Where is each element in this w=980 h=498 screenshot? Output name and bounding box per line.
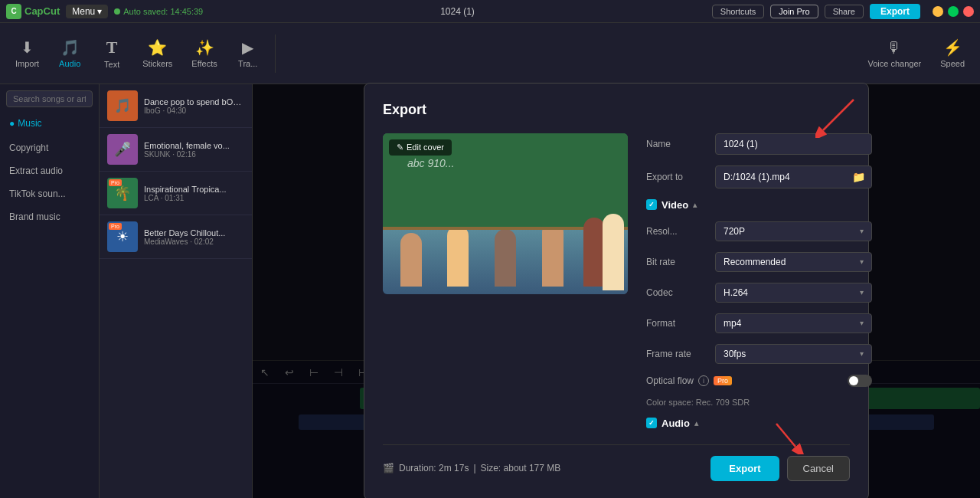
toolbar-import-label: Import — [15, 59, 39, 68]
music-info: Emotional, female vo... SKUNK · 02:16 — [144, 141, 244, 159]
video-checkbox[interactable]: ✓ — [646, 199, 657, 210]
close-button[interactable] — [963, 6, 974, 17]
bitrate-select[interactable]: Recommended ▾ — [715, 252, 872, 272]
text-icon: T — [106, 38, 118, 57]
red-arrow-top-indicator — [815, 92, 861, 141]
toolbar-transitions[interactable]: ▶ Tra... — [229, 34, 267, 73]
optical-flow-row: Optical flow i Pro — [646, 375, 872, 387]
maximize-button[interactable] — [948, 6, 959, 17]
framerate-select[interactable]: 30fps ▾ — [715, 344, 872, 364]
music-search-area — [0, 84, 99, 113]
bitrate-row: Bit rate Recommended ▾ — [646, 252, 872, 272]
folder-browse-button[interactable]: 📁 — [846, 166, 871, 188]
format-select[interactable]: mp4 ▾ — [715, 313, 872, 333]
duration-label: Duration: 2m 17s — [399, 463, 469, 473]
footer-buttons: Export Cancel — [710, 456, 850, 481]
app-logo: C CapCut — [6, 4, 60, 19]
audio-collapse-icon[interactable]: ▴ — [694, 419, 698, 428]
pro-badge: Pro — [109, 223, 122, 230]
music-info: Dance pop to spend bOO 0430 IboG · 04:30 — [144, 97, 244, 115]
speed-icon: ⚡ — [943, 38, 962, 57]
toolbar-stickers[interactable]: ⭐ Stickers — [135, 34, 180, 73]
topbar: C CapCut Menu ▾ Auto saved: 14:45:39 102… — [0, 0, 980, 23]
music-thumbnail: 🎤 — [107, 134, 138, 165]
modal-title: Export — [383, 102, 850, 118]
optical-flow-label: Optical flow i Pro — [646, 375, 840, 386]
music-dot-icon: ● — [9, 118, 15, 129]
list-item[interactable]: Pro 🌴 Inspirational Tropica... LCA · 01:… — [100, 172, 252, 215]
sidebar-music-header: ● Music — [0, 113, 99, 133]
autosave-indicator: Auto saved: 14:45:39 — [114, 7, 203, 16]
music-thumbnail: Pro ☀ — [107, 221, 138, 252]
resolution-label: Resol... — [646, 226, 707, 237]
search-input[interactable] — [6, 90, 93, 107]
optical-flow-toggle[interactable] — [848, 375, 872, 387]
logo-icon: C — [6, 4, 21, 19]
codec-select[interactable]: H.264 ▾ — [715, 283, 872, 303]
music-info: Inspirational Tropica... LCA · 01:31 — [144, 185, 244, 202]
toolbar-speed-label: Speed — [940, 59, 965, 68]
pro-tag: Pro — [714, 376, 732, 385]
app-name: CapCut — [24, 5, 60, 17]
effects-icon: ✨ — [195, 38, 214, 57]
sidebar-item-extract-audio[interactable]: Extract audio — [0, 159, 99, 182]
music-title: Dance pop to spend bOO 0430 — [144, 97, 244, 106]
toolbar-text[interactable]: T Text — [93, 33, 131, 74]
toolbar-import[interactable]: ⬇ Import — [8, 34, 47, 73]
video-collapse-icon[interactable]: ▴ — [693, 201, 697, 209]
autosave-dot — [114, 8, 120, 15]
chevron-down-icon: ▾ — [97, 6, 102, 17]
modal-body: abc 910... — [383, 133, 850, 429]
edit-cover-button[interactable]: ✎ Edit cover — [389, 139, 452, 156]
music-meta: MediaWaves · 02:02 — [144, 238, 244, 246]
main-toolbar: ⬇ Import 🎵 Audio T Text ⭐ Stickers ✨ Eff… — [0, 23, 980, 84]
shortcuts-button[interactable]: Shortcuts — [712, 5, 764, 18]
share-button[interactable]: Share — [825, 5, 864, 18]
list-item[interactable]: 🎤 Emotional, female vo... SKUNK · 02:16 — [100, 128, 252, 172]
pro-badge: Pro — [109, 179, 122, 186]
export-form: Name Export to 📁 — [646, 133, 872, 429]
sidebar-item-tiktok[interactable]: TikTok soun... — [0, 182, 99, 205]
toolbar-voice-changer-label: Voice changer — [867, 59, 921, 68]
export-top-button[interactable]: Export — [870, 4, 920, 19]
resolution-select[interactable]: 720P ▾ — [715, 221, 872, 241]
toolbar-audio[interactable]: 🎵 Audio — [51, 34, 89, 73]
modal-overlay: Export abc 910... — [253, 84, 980, 498]
toolbar-divider — [275, 34, 276, 73]
svg-line-1 — [823, 100, 854, 130]
separator: | — [473, 463, 475, 473]
list-item[interactable]: Pro ☀ Better Days Chillout... MediaWaves… — [100, 215, 252, 259]
edit-icon: ✎ — [397, 143, 403, 152]
music-title: Inspirational Tropica... — [144, 185, 244, 194]
arrow-bottom-svg — [769, 416, 807, 454]
music-label: Music — [18, 118, 41, 129]
audio-label: Audio — [662, 418, 690, 429]
chevron-down-icon: ▾ — [860, 257, 864, 266]
chevron-down-icon: ▾ — [860, 349, 864, 358]
toolbar-effects[interactable]: ✨ Effects — [184, 34, 224, 73]
export-path-input[interactable] — [716, 167, 846, 187]
sidebar-item-brand-music[interactable]: Brand music — [0, 205, 99, 228]
toolbar-voice-changer[interactable]: 🎙 Voice changer — [860, 34, 929, 73]
menu-button[interactable]: Menu ▾ — [66, 5, 108, 18]
music-title: Better Days Chillout... — [144, 228, 244, 238]
chevron-down-icon: ▾ — [860, 227, 864, 235]
list-item[interactable]: 🎵 Dance pop to spend bOO 0430 IboG · 04:… — [100, 84, 252, 128]
music-list: 🎵 Dance pop to spend bOO 0430 IboG · 04:… — [100, 84, 253, 498]
sidebar-item-copyright[interactable]: Copyright — [0, 136, 99, 159]
cancel-button[interactable]: Cancel — [787, 456, 850, 481]
preview-area: abc 910... — [383, 133, 628, 429]
codec-row: Codec H.264 ▾ — [646, 283, 872, 303]
chevron-down-icon: ▾ — [860, 319, 864, 327]
audio-checkbox[interactable]: ✓ — [646, 418, 657, 428]
preview-image: abc 910... — [383, 133, 628, 294]
name-label: Name — [646, 139, 707, 149]
film-icon: 🎬 — [383, 463, 394, 473]
music-thumbnail: Pro 🌴 — [107, 178, 138, 208]
music-meta: IboG · 04:30 — [144, 106, 244, 115]
sidebar-section: Copyright Extract audio TikTok soun... B… — [0, 133, 99, 231]
toolbar-speed[interactable]: ⚡ Speed — [933, 34, 972, 73]
minimize-button[interactable] — [933, 6, 943, 17]
join-pro-button[interactable]: Join Pro — [770, 5, 818, 18]
export-button[interactable]: Export — [710, 456, 779, 481]
